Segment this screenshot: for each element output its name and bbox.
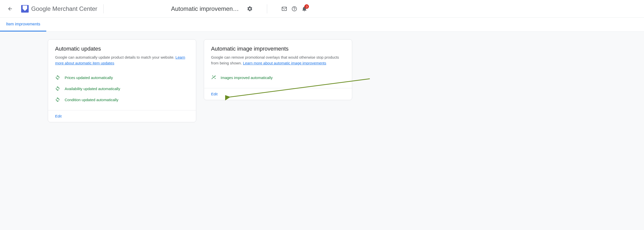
sync-icon bbox=[55, 97, 60, 102]
help-button[interactable] bbox=[289, 4, 299, 14]
card-title: Automatic image improvements bbox=[211, 46, 345, 52]
magic-wand-icon bbox=[211, 75, 216, 80]
status-label: Prices updated automatically bbox=[65, 75, 113, 80]
divider bbox=[267, 4, 267, 13]
card-footer: Edit bbox=[204, 88, 352, 100]
gear-icon bbox=[247, 6, 253, 12]
product-logo[interactable]: Google Merchant Center bbox=[21, 5, 97, 13]
status-item: Images improved automatically bbox=[211, 72, 345, 83]
status-item: Availability updated automatically bbox=[55, 83, 189, 94]
mail-button[interactable] bbox=[279, 4, 289, 14]
edit-link[interactable]: Edit bbox=[211, 92, 218, 96]
settings-button[interactable] bbox=[245, 4, 255, 14]
status-label: Availability updated automatically bbox=[65, 87, 120, 91]
mail-icon bbox=[281, 6, 287, 12]
tab-bar: Item improvements bbox=[0, 18, 644, 32]
tab-item-improvements[interactable]: Item improvements bbox=[0, 18, 46, 31]
merchant-tag-icon bbox=[21, 5, 29, 13]
card-title: Automatic updates bbox=[55, 46, 189, 52]
sync-icon bbox=[55, 86, 60, 91]
back-button[interactable] bbox=[5, 4, 15, 14]
status-label: Condition updated automatically bbox=[65, 98, 118, 102]
card-automatic-image-improvements: Automatic image improvements Google can … bbox=[204, 39, 352, 100]
title-area: Automatic improvemen… 3 bbox=[171, 4, 309, 14]
card-description: Google can automatically update product … bbox=[55, 55, 189, 66]
help-icon bbox=[291, 6, 297, 12]
content: Automatic updates Google can automatical… bbox=[0, 32, 644, 230]
page-title: Automatic improvemen… bbox=[171, 5, 239, 12]
sync-icon bbox=[55, 75, 60, 80]
status-item: Prices updated automatically bbox=[55, 72, 189, 83]
card-description: Google can remove promotional overlays t… bbox=[211, 55, 345, 66]
app-bar: Google Merchant Center Automatic improve… bbox=[0, 0, 644, 18]
card-footer: Edit bbox=[48, 110, 196, 122]
status-list: Images improved automatically bbox=[211, 72, 345, 83]
status-label: Images improved automatically bbox=[221, 75, 273, 80]
divider bbox=[103, 4, 104, 13]
status-item: Condition updated automatically bbox=[55, 94, 189, 105]
product-name: Google Merchant Center bbox=[31, 5, 97, 12]
edit-link[interactable]: Edit bbox=[55, 114, 62, 118]
arrow-left-icon bbox=[7, 6, 13, 12]
card-description-text: Google can automatically update product … bbox=[55, 55, 176, 59]
notification-badge: 3 bbox=[304, 4, 309, 9]
card-automatic-updates: Automatic updates Google can automatical… bbox=[48, 39, 196, 122]
notifications-button[interactable]: 3 bbox=[299, 4, 309, 14]
status-list: Prices updated automatically Availabilit… bbox=[55, 72, 189, 105]
learn-more-link[interactable]: Learn more about automatic image improve… bbox=[243, 61, 326, 65]
